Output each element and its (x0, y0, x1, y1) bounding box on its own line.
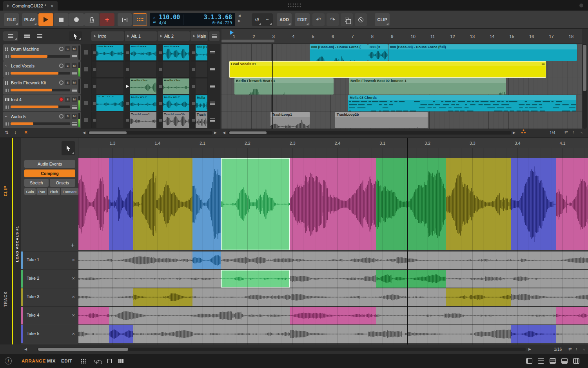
launcher-clip[interactable]: Mella (191, 95, 208, 111)
preroll-controls[interactable]: ◀ ▶ (238, 14, 241, 23)
clip-stop-icon[interactable] (158, 78, 163, 94)
lanes-view-button[interactable] (34, 31, 45, 41)
clip-stop-icon[interactable] (92, 62, 96, 77)
track-menu-icon[interactable] (72, 55, 77, 58)
record-arm-button[interactable] (59, 64, 64, 68)
add-take-button[interactable]: + (71, 242, 74, 249)
automation-follow-button[interactable]: ~ (262, 13, 273, 26)
inspector-panel-icon[interactable] (538, 358, 544, 364)
take-label-row[interactable]: Take 1× (21, 251, 78, 269)
mute-button[interactable]: M (72, 80, 77, 85)
scrollbar-thumb[interactable] (583, 45, 586, 91)
launcher-clip[interactable]: Berlin Fire... (125, 78, 157, 95)
duplicate-button[interactable] (341, 13, 353, 26)
device-panel-icon[interactable] (561, 358, 568, 364)
track-menu-icon[interactable] (72, 106, 77, 109)
arranger-clip[interactable]: 808 (Bass-08) - House Force ( (310, 44, 368, 61)
launcher-scroll-left-icon[interactable]: ◀ (83, 131, 85, 135)
clip-stop-icon[interactable] (158, 62, 163, 77)
scene-play-icon[interactable] (160, 35, 162, 38)
launcher-slot[interactable] (91, 61, 124, 78)
launcher-slot[interactable] (91, 112, 124, 128)
arranger-clip[interactable]: 808 (B (368, 44, 388, 61)
edit-menu-button[interactable]: EDIT (295, 13, 310, 26)
fit-view-icon[interactable]: ↔ (580, 130, 584, 134)
stretch-button[interactable]: Stretch (24, 179, 49, 187)
stop-button[interactable] (54, 13, 69, 26)
info-button[interactable]: i (5, 357, 12, 364)
ruler-zoom-handle[interactable] (221, 40, 274, 42)
track-header-audio-5[interactable]: ~Audio 5SM (3, 112, 81, 128)
window-menu-icon[interactable] (579, 4, 583, 7)
editor-tool-button[interactable] (62, 141, 75, 155)
take-lane[interactable] (78, 306, 588, 324)
editor-timeline-ruler[interactable]: 1.31.42.12.22.32.43.13.23.33.44.1 (78, 138, 588, 148)
mute-button[interactable]: M (72, 114, 77, 119)
take-segment-selected[interactable] (221, 270, 290, 288)
track-stop-clips-button[interactable] (84, 101, 88, 105)
close-tab-icon[interactable]: × (51, 3, 54, 9)
play-menu-button[interactable]: PLAY (22, 13, 38, 26)
record-button[interactable] (69, 13, 84, 26)
delete-take-icon[interactable]: × (72, 294, 75, 300)
arranger-timeline[interactable]: 808 (Bass-08) - House Force (808 (B808 (… (221, 44, 582, 129)
track-header-drum-machine[interactable]: Drum MachineSM (3, 44, 81, 61)
take-segment[interactable] (78, 307, 109, 324)
transport-display[interactable]: △ ⇄ 110.00 4/4 3.1.3.68 0:04.729 (150, 13, 235, 26)
launcher-clip[interactable]: 808 (Bass-... (125, 44, 157, 61)
track-stop-clips-button[interactable] (84, 118, 88, 122)
clip-stop-icon[interactable] (158, 95, 163, 111)
arranger-clip[interactable]: TrashLoop1 (270, 112, 310, 128)
fit-view-icon[interactable]: ↔ (583, 347, 586, 351)
alt-launch-icon[interactable] (210, 118, 215, 122)
clip-stop-icon[interactable] (125, 62, 130, 77)
tab-edit[interactable]: EDIT (61, 359, 72, 363)
launcher-slot[interactable] (191, 61, 208, 78)
formant-button[interactable]: Formant (61, 188, 78, 195)
scene-header-intro[interactable]: Intro (91, 31, 124, 41)
scene-header-alt2[interactable]: Alt. 2 (158, 31, 190, 41)
link-views-icon[interactable] (94, 360, 99, 363)
tab-track[interactable]: TRACK (0, 285, 12, 313)
track-stop-clips-button[interactable] (84, 67, 88, 71)
audio-events-button[interactable]: Audio Events (24, 160, 75, 168)
metronome-button[interactable] (84, 13, 99, 26)
clip-stop-icon[interactable] (92, 45, 96, 60)
arranger-h-scrollbar[interactable] (228, 131, 511, 135)
comping-button[interactable]: Comping (24, 169, 75, 177)
scene-play-icon[interactable] (193, 35, 195, 38)
track-list-menu-button[interactable] (3, 31, 18, 41)
snap-icon[interactable]: ⇄ (568, 347, 572, 351)
delete-take-icon[interactable]: × (72, 312, 75, 318)
mixer-panel-icon[interactable] (573, 358, 579, 364)
record-arm-button[interactable] (59, 47, 64, 51)
dual-view-icon[interactable] (81, 359, 86, 364)
arranger-vertical-scrollbar[interactable] (583, 44, 587, 129)
comp-segment[interactable] (556, 158, 588, 250)
clip-stop-icon[interactable] (158, 112, 163, 128)
onsets-button[interactable]: Onsets (50, 179, 75, 187)
clip-stop-icon[interactable] (191, 95, 196, 111)
scrollbar-thumb[interactable] (229, 131, 267, 134)
clip-stop-icon[interactable] (125, 112, 130, 128)
clip-stop-icon[interactable] (191, 78, 196, 94)
alt-launch-icon[interactable] (210, 51, 215, 54)
tab-arrange[interactable]: ARRANGE (22, 359, 46, 363)
solo-button[interactable]: S (65, 114, 70, 119)
take-segment[interactable] (376, 270, 446, 288)
launcher-clip[interactable]: Mella 01 C... (91, 95, 124, 111)
follow-playhead-icon[interactable]: ↕ (14, 130, 16, 135)
pitch-button[interactable]: Pitch (48, 188, 60, 195)
document-tab[interactable]: CompingGUI22 * × (3, 1, 58, 11)
record-arm-button[interactable] (59, 97, 64, 102)
mute-button[interactable]: M (72, 97, 77, 102)
launcher-clip[interactable]: 808 (B (191, 44, 208, 61)
launcher-scroll-right-icon[interactable]: ▶ (214, 131, 217, 135)
clip-stop-icon[interactable] (125, 45, 130, 60)
launcher-clip[interactable]: Trash (191, 112, 208, 128)
overdub-record-button[interactable]: + (100, 13, 114, 26)
track-header-lead-vocals[interactable]: ~Lead VocalsSM (3, 61, 81, 78)
scene-header-main[interactable]: Main (191, 31, 208, 41)
clip-stop-icon[interactable] (92, 112, 96, 128)
solo-button[interactable]: S (65, 46, 70, 51)
